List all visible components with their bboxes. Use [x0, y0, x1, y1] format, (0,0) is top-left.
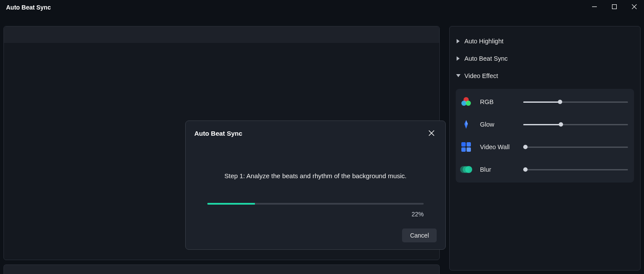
rgb-icon — [460, 96, 472, 108]
svg-rect-1 — [612, 4, 616, 9]
caret-right-icon — [456, 39, 461, 44]
effect-row-glow: Glow — [456, 113, 634, 136]
progress-modal: Auto Beat Sync Step 1: Analyze the beats… — [185, 121, 446, 250]
progress-percent: 22% — [412, 211, 424, 218]
svg-rect-12 — [461, 142, 466, 147]
modal-header: Auto Beat Sync — [194, 127, 437, 139]
effect-label: Video Wall — [480, 144, 523, 150]
maximize-button[interactable] — [604, 0, 624, 13]
svg-marker-6 — [456, 74, 460, 77]
tree-item-auto-highlight[interactable]: Auto Highlight — [450, 33, 640, 50]
svg-marker-5 — [457, 56, 460, 61]
window-controls — [584, 0, 644, 13]
effect-row-blur: Blur — [456, 158, 634, 181]
svg-point-18 — [465, 166, 472, 173]
cancel-button[interactable]: Cancel — [402, 228, 437, 242]
effect-label: Glow — [480, 121, 523, 128]
step-text: Step 1: Analyze the beats and rhythm of … — [224, 172, 406, 179]
side-panel: Auto Highlight Auto Beat Sync Video Effe… — [449, 26, 641, 271]
effects-list: RGB Glow — [456, 89, 634, 183]
modal-title: Auto Beat Sync — [194, 130, 242, 137]
modal-close-button[interactable] — [426, 128, 437, 138]
caret-down-icon — [456, 73, 461, 78]
bottom-strip — [3, 264, 440, 274]
tree-item-video-effect[interactable]: Video Effect — [450, 67, 640, 85]
glow-icon — [460, 118, 472, 130]
caret-right-icon — [456, 56, 461, 61]
svg-marker-4 — [457, 39, 460, 43]
modal-body: Step 1: Analyze the beats and rhythm of … — [194, 139, 437, 224]
preview-toolbar — [4, 26, 439, 43]
blur-icon — [460, 163, 472, 176]
svg-rect-14 — [461, 147, 466, 152]
tree-item-label: Video Effect — [464, 72, 498, 79]
effect-row-videowall: Video Wall — [456, 136, 634, 158]
minimize-button[interactable] — [584, 0, 604, 13]
tree-item-label: Auto Beat Sync — [464, 55, 508, 62]
svg-rect-15 — [467, 147, 471, 152]
effect-label: RGB — [480, 98, 523, 105]
window-title: Auto Beat Sync — [6, 4, 51, 11]
effect-slider-videowall[interactable] — [523, 143, 628, 151]
effect-slider-blur[interactable] — [523, 165, 628, 174]
close-button[interactable] — [624, 0, 644, 13]
progress-bar: 22% — [207, 203, 424, 205]
video-wall-icon — [460, 141, 472, 153]
effect-row-rgb: RGB — [456, 91, 634, 113]
svg-point-9 — [466, 101, 471, 106]
modal-footer: Cancel — [194, 224, 437, 242]
effect-slider-glow[interactable] — [523, 120, 628, 129]
progress-fill — [207, 203, 255, 205]
tree-item-label: Auto Highlight — [464, 38, 503, 45]
effect-label: Blur — [480, 166, 523, 173]
effect-slider-rgb[interactable] — [523, 98, 628, 106]
tree-item-auto-beat-sync[interactable]: Auto Beat Sync — [450, 50, 640, 67]
svg-rect-13 — [467, 142, 471, 147]
titlebar: Auto Beat Sync — [0, 0, 644, 15]
